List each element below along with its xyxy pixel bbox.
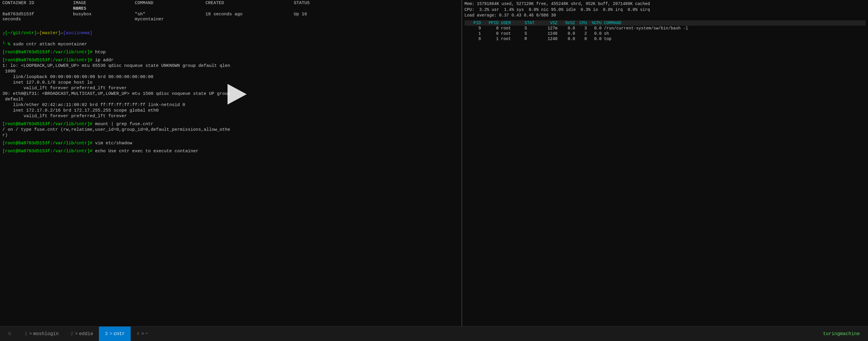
tab-1-num: 1	[25, 331, 28, 337]
htop-table-header: PID PPID USER STAT VSZ %VSZ CPU %CPU COM…	[464, 20, 866, 26]
htop-cmd-1: sh	[604, 31, 865, 36]
htop-stat-1: S	[525, 31, 539, 36]
prompt-3: [root@8a8763d5153f:/var/lib/cntr]# ip ad…	[0, 57, 462, 63]
prompt-2: [root@8a8763d5153f:/var/lib/cntr]# htop	[0, 50, 462, 55]
docker-row-line1: 8a8763d5153f busybox "sh" 18 seconds ago…	[0, 11, 462, 17]
prompt-dash2: —	[61, 31, 63, 36]
htop-header-pvsz: %VSZ	[560, 21, 578, 25]
htop-stat-0: S	[525, 26, 539, 31]
tab-4[interactable]: 4 > ~	[131, 327, 154, 341]
machine-label: turingmachine	[817, 330, 866, 338]
tab-1-arrow: >	[29, 331, 32, 337]
ip-line-9: valid_lft forever preferred_lft forever	[0, 113, 462, 119]
tab-4-label: ~	[145, 331, 148, 337]
ip-line-8: inet 172.17.0.2/16 brd 172.17.255.255 sc…	[0, 108, 462, 113]
tab-1[interactable]: 1 > moshlogin	[19, 327, 65, 341]
container-created: 18 seconds ago	[206, 12, 294, 17]
tab-3-num: 3	[105, 331, 108, 337]
prompt-branch: [master]	[39, 31, 61, 36]
htop-ppid-2: 1	[483, 36, 501, 41]
htop-header-cmd: COMMAND	[604, 21, 865, 25]
header-command: COMMAND	[135, 1, 206, 6]
htop-user-1: root	[501, 31, 525, 36]
htop-pcpu-0: 0.0	[589, 26, 604, 31]
tab-3[interactable]: 3 > cntr	[99, 327, 131, 341]
container-names: mycontainer	[73, 17, 135, 22]
container-seconds: seconds	[2, 17, 73, 22]
prompt-1-bracket: ╭[~/git/cntr]—[master]—[asciinema]	[0, 25, 462, 36]
mem-line: Mem: 15781864K used, 527128K free, 45524…	[464, 1, 866, 7]
play-button[interactable]	[224, 83, 247, 106]
htop-pcpu-1: 0.0	[589, 31, 604, 36]
htop-row-1: 1 0 root S 1248 0.0 2 0.0 sh	[464, 31, 866, 36]
htop-pvsz-1: 0.0	[560, 31, 578, 36]
htop-header-pcpu: %CPU	[589, 21, 604, 25]
ip-line-1: 1000	[0, 69, 462, 74]
htop-pid-1: 1	[466, 31, 483, 36]
tab-4-arrow: >	[141, 331, 144, 337]
htop-ppid-0: 0	[483, 26, 501, 31]
htop-vsz-2: 1240	[539, 36, 560, 41]
prompt-user: [asciinema]	[63, 31, 92, 36]
header-ports: PORTS	[2, 6, 73, 11]
tab-0[interactable]: 0	[2, 327, 19, 341]
htop-cmd-0: /run/current-system/sw/bin/bash -l	[604, 26, 865, 31]
header-image: IMAGE	[73, 1, 135, 6]
htop-cpu-1: 2	[578, 31, 589, 36]
header-status: STATUS	[294, 1, 352, 6]
container-status: Up 16	[294, 12, 352, 17]
htop-pcpu-2: 0.0	[589, 36, 604, 41]
docker-row-line2: seconds mycontainer	[0, 17, 462, 22]
tab-3-label: cntr	[114, 331, 125, 337]
load-line: Load average: 0.37 0.43 0.46 6/886 30	[464, 13, 866, 19]
left-terminal-panel: CONTAINER ID IMAGE COMMAND CREATED STATU…	[0, 0, 462, 326]
right-htop-panel: Mem: 15781864K used, 527128K free, 45524…	[462, 0, 868, 326]
htop-header-stat: STAT	[525, 21, 539, 25]
docker-header-row: CONTAINER ID IMAGE COMMAND CREATED STATU…	[0, 0, 462, 6]
cmd-attach-text: sudo cntr attach mycontainer	[13, 42, 87, 47]
header-container-id: CONTAINER ID	[2, 1, 73, 6]
htop-pvsz-2: 0.0	[560, 36, 578, 41]
tab-1-label: moshlogin	[33, 331, 59, 337]
htop-row-2: 8 1 root R 1240 0.0 0 0.0 top	[464, 36, 866, 41]
htop-pvsz-0: 0.8	[560, 26, 578, 31]
htop-cmd-2: top	[604, 36, 865, 41]
htop-pid-2: 8	[466, 36, 483, 41]
cmd-attach: ╰ % sudo cntr attach mycontainer	[0, 36, 462, 47]
htop-header-pid: PID	[466, 21, 483, 25]
prompt-6: [root@8a8763d5153f:/var/lib/cntr]# echo …	[0, 148, 462, 154]
htop-cpu-2: 0	[578, 36, 589, 41]
htop-pid-0: 9	[466, 26, 483, 31]
prompt-5: [root@8a8763d5153f:/var/lib/cntr]# vim e…	[0, 141, 462, 146]
htop-user-2: root	[501, 36, 525, 41]
htop-stat-2: R	[525, 36, 539, 41]
tab-4-num: 4	[136, 331, 140, 337]
docker-subheader-row: PORTS NAMES	[0, 6, 462, 11]
htop-header-user: USER	[501, 21, 525, 25]
container-command: "sh"	[135, 12, 206, 17]
container-image: busybox	[73, 12, 135, 17]
mount-line-1: r)	[0, 132, 462, 138]
prompt-dir: ╭[~/git/cntr]	[2, 31, 37, 36]
htop-row-0: 9 0 root S 127m 0.8 3 0.0 /run/current-s…	[464, 26, 866, 31]
mount-line-0: / on / type fuse.cntr (rw,relatime,user_…	[0, 127, 462, 132]
header-names: NAMES	[73, 6, 86, 11]
tab-0-num: 0	[8, 331, 11, 337]
header-created: CREATED	[206, 1, 294, 6]
prompt-dash1: —	[37, 31, 39, 36]
ip-line-0: 1: lo: <LOOPBACK,UP,LOWER_UP> mtu 65536 …	[0, 63, 462, 69]
htop-header-ppid: PPID	[483, 21, 501, 25]
htop-ppid-1: 0	[483, 31, 501, 36]
tab-2[interactable]: 2 > eddie	[64, 327, 99, 341]
cpu-line: CPU: 3.2% usr 1.4% sys 0.0% nic 95.0% id…	[464, 7, 866, 13]
htop-vsz-0: 127m	[539, 26, 560, 31]
ip-line-2: link/loopback 00:00:00:00:00:00 brd 00:0…	[0, 74, 462, 80]
htop-user-0: root	[501, 26, 525, 31]
htop-header-cpu: CPU	[578, 21, 589, 25]
tab-bar: 0 1 > moshlogin 2 > eddie 3 > cntr 4 > ~…	[0, 326, 868, 341]
tab-2-num: 2	[70, 331, 73, 337]
tab-3-arrow: >	[110, 331, 113, 337]
tab-2-arrow: >	[75, 331, 78, 337]
htop-header-vsz: VSZ	[539, 21, 560, 25]
tab-2-label: eddie	[79, 331, 93, 337]
